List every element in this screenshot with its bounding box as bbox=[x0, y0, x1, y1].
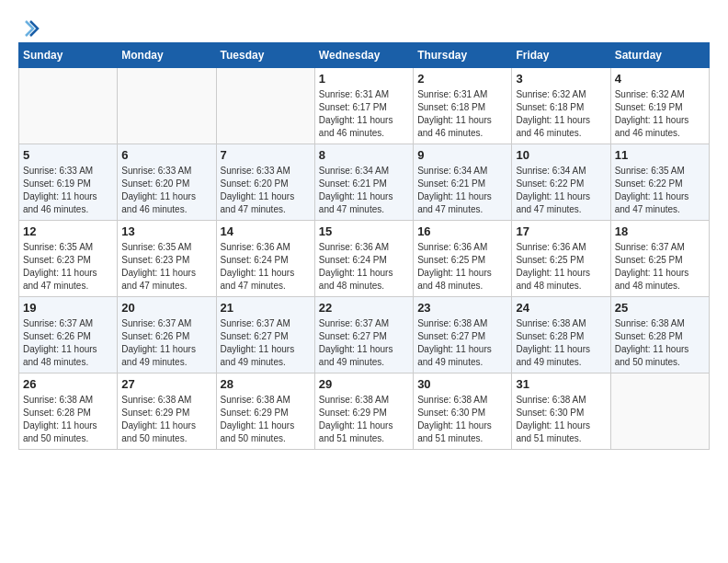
day-number: 23 bbox=[417, 301, 507, 315]
day-number: 20 bbox=[121, 301, 211, 315]
day-number: 7 bbox=[221, 148, 311, 162]
day-number: 15 bbox=[319, 224, 409, 238]
column-header-sunday: Sunday bbox=[19, 43, 118, 68]
day-info: Sunrise: 6:31 AM Sunset: 6:18 PM Dayligh… bbox=[417, 88, 507, 140]
calendar-cell: 27Sunrise: 6:38 AM Sunset: 6:29 PM Dayli… bbox=[118, 373, 216, 450]
calendar-cell: 29Sunrise: 6:38 AM Sunset: 6:29 PM Dayli… bbox=[314, 373, 413, 450]
calendar-cell bbox=[19, 68, 118, 144]
day-number: 25 bbox=[615, 301, 705, 315]
calendar-cell: 8Sunrise: 6:34 AM Sunset: 6:21 PM Daylig… bbox=[314, 144, 413, 221]
day-number: 31 bbox=[516, 377, 606, 391]
calendar-week-row: 12Sunrise: 6:35 AM Sunset: 6:23 PM Dayli… bbox=[19, 221, 710, 297]
day-info: Sunrise: 6:38 AM Sunset: 6:27 PM Dayligh… bbox=[417, 317, 507, 369]
day-number: 6 bbox=[121, 148, 211, 162]
day-info: Sunrise: 6:38 AM Sunset: 6:29 PM Dayligh… bbox=[319, 394, 409, 445]
day-number: 4 bbox=[615, 72, 705, 86]
calendar-cell: 18Sunrise: 6:37 AM Sunset: 6:25 PM Dayli… bbox=[610, 221, 709, 297]
calendar-cell: 31Sunrise: 6:38 AM Sunset: 6:30 PM Dayli… bbox=[512, 373, 610, 450]
day-info: Sunrise: 6:37 AM Sunset: 6:26 PM Dayligh… bbox=[121, 317, 211, 369]
day-number: 14 bbox=[221, 224, 311, 238]
calendar-cell: 30Sunrise: 6:38 AM Sunset: 6:30 PM Dayli… bbox=[414, 373, 512, 450]
column-header-wednesday: Wednesday bbox=[314, 43, 413, 68]
calendar-cell: 17Sunrise: 6:36 AM Sunset: 6:25 PM Dayli… bbox=[512, 221, 610, 297]
calendar-cell: 26Sunrise: 6:38 AM Sunset: 6:28 PM Dayli… bbox=[19, 373, 118, 450]
day-info: Sunrise: 6:36 AM Sunset: 6:24 PM Dayligh… bbox=[221, 241, 311, 293]
calendar-cell: 23Sunrise: 6:38 AM Sunset: 6:27 PM Dayli… bbox=[414, 297, 512, 373]
column-header-saturday: Saturday bbox=[610, 43, 709, 68]
day-info: Sunrise: 6:33 AM Sunset: 6:20 PM Dayligh… bbox=[221, 165, 311, 216]
day-number: 29 bbox=[319, 377, 409, 391]
calendar-cell: 2Sunrise: 6:31 AM Sunset: 6:18 PM Daylig… bbox=[414, 68, 512, 144]
calendar-cell bbox=[610, 373, 709, 450]
calendar-body: 1Sunrise: 6:31 AM Sunset: 6:17 PM Daylig… bbox=[19, 68, 710, 450]
day-number: 26 bbox=[23, 377, 113, 391]
calendar-week-row: 26Sunrise: 6:38 AM Sunset: 6:28 PM Dayli… bbox=[19, 373, 710, 450]
calendar-cell bbox=[216, 68, 314, 144]
day-info: Sunrise: 6:37 AM Sunset: 6:27 PM Dayligh… bbox=[221, 317, 311, 369]
calendar-cell: 20Sunrise: 6:37 AM Sunset: 6:26 PM Dayli… bbox=[118, 297, 216, 373]
day-number: 3 bbox=[516, 72, 606, 86]
day-number: 8 bbox=[319, 148, 409, 162]
calendar-cell: 19Sunrise: 6:37 AM Sunset: 6:26 PM Dayli… bbox=[19, 297, 118, 373]
calendar-cell: 15Sunrise: 6:36 AM Sunset: 6:24 PM Dayli… bbox=[314, 221, 413, 297]
calendar-cell: 10Sunrise: 6:34 AM Sunset: 6:22 PM Dayli… bbox=[512, 144, 610, 221]
day-info: Sunrise: 6:36 AM Sunset: 6:25 PM Dayligh… bbox=[516, 241, 606, 293]
calendar-week-row: 5Sunrise: 6:33 AM Sunset: 6:19 PM Daylig… bbox=[19, 144, 710, 221]
day-info: Sunrise: 6:37 AM Sunset: 6:26 PM Dayligh… bbox=[23, 317, 113, 369]
calendar-cell: 14Sunrise: 6:36 AM Sunset: 6:24 PM Dayli… bbox=[216, 221, 314, 297]
calendar-table: SundayMondayTuesdayWednesdayThursdayFrid… bbox=[18, 42, 710, 450]
day-number: 16 bbox=[417, 224, 507, 238]
calendar-cell: 22Sunrise: 6:37 AM Sunset: 6:27 PM Dayli… bbox=[314, 297, 413, 373]
day-number: 1 bbox=[319, 72, 409, 86]
day-info: Sunrise: 6:36 AM Sunset: 6:24 PM Dayligh… bbox=[319, 241, 409, 293]
day-info: Sunrise: 6:36 AM Sunset: 6:25 PM Dayligh… bbox=[417, 241, 507, 293]
calendar-cell: 4Sunrise: 6:32 AM Sunset: 6:19 PM Daylig… bbox=[610, 68, 709, 144]
calendar-cell: 12Sunrise: 6:35 AM Sunset: 6:23 PM Dayli… bbox=[19, 221, 118, 297]
column-header-tuesday: Tuesday bbox=[216, 43, 314, 68]
day-info: Sunrise: 6:34 AM Sunset: 6:21 PM Dayligh… bbox=[417, 165, 507, 216]
calendar-week-row: 19Sunrise: 6:37 AM Sunset: 6:26 PM Dayli… bbox=[19, 297, 710, 373]
calendar-cell: 3Sunrise: 6:32 AM Sunset: 6:18 PM Daylig… bbox=[512, 68, 610, 144]
day-info: Sunrise: 6:32 AM Sunset: 6:19 PM Dayligh… bbox=[615, 88, 705, 140]
day-number: 27 bbox=[121, 377, 211, 391]
calendar-cell: 16Sunrise: 6:36 AM Sunset: 6:25 PM Dayli… bbox=[414, 221, 512, 297]
day-info: Sunrise: 6:38 AM Sunset: 6:30 PM Dayligh… bbox=[516, 394, 606, 445]
day-number: 28 bbox=[221, 377, 311, 391]
logo bbox=[18, 18, 42, 33]
day-info: Sunrise: 6:37 AM Sunset: 6:25 PM Dayligh… bbox=[615, 241, 705, 293]
calendar-week-row: 1Sunrise: 6:31 AM Sunset: 6:17 PM Daylig… bbox=[19, 68, 710, 144]
calendar-cell: 28Sunrise: 6:38 AM Sunset: 6:29 PM Dayli… bbox=[216, 373, 314, 450]
day-info: Sunrise: 6:35 AM Sunset: 6:22 PM Dayligh… bbox=[615, 165, 705, 216]
day-number: 21 bbox=[221, 301, 311, 315]
calendar-cell: 7Sunrise: 6:33 AM Sunset: 6:20 PM Daylig… bbox=[216, 144, 314, 221]
day-info: Sunrise: 6:33 AM Sunset: 6:20 PM Dayligh… bbox=[121, 165, 211, 216]
page-header bbox=[18, 18, 710, 33]
day-number: 2 bbox=[417, 72, 507, 86]
day-info: Sunrise: 6:38 AM Sunset: 6:28 PM Dayligh… bbox=[23, 394, 113, 445]
day-info: Sunrise: 6:32 AM Sunset: 6:18 PM Dayligh… bbox=[516, 88, 606, 140]
day-info: Sunrise: 6:31 AM Sunset: 6:17 PM Dayligh… bbox=[319, 88, 409, 140]
calendar-cell: 25Sunrise: 6:38 AM Sunset: 6:28 PM Dayli… bbox=[610, 297, 709, 373]
day-number: 10 bbox=[516, 148, 606, 162]
day-number: 13 bbox=[121, 224, 211, 238]
column-header-thursday: Thursday bbox=[414, 43, 512, 68]
day-number: 24 bbox=[516, 301, 606, 315]
day-info: Sunrise: 6:38 AM Sunset: 6:29 PM Dayligh… bbox=[121, 394, 211, 445]
calendar-cell: 24Sunrise: 6:38 AM Sunset: 6:28 PM Dayli… bbox=[512, 297, 610, 373]
calendar-cell: 13Sunrise: 6:35 AM Sunset: 6:23 PM Dayli… bbox=[118, 221, 216, 297]
calendar-cell: 21Sunrise: 6:37 AM Sunset: 6:27 PM Dayli… bbox=[216, 297, 314, 373]
day-info: Sunrise: 6:33 AM Sunset: 6:19 PM Dayligh… bbox=[23, 165, 113, 216]
logo-icon bbox=[20, 18, 40, 39]
calendar-cell: 6Sunrise: 6:33 AM Sunset: 6:20 PM Daylig… bbox=[118, 144, 216, 221]
day-info: Sunrise: 6:34 AM Sunset: 6:22 PM Dayligh… bbox=[516, 165, 606, 216]
day-number: 18 bbox=[615, 224, 705, 238]
column-header-monday: Monday bbox=[118, 43, 216, 68]
column-header-friday: Friday bbox=[512, 43, 610, 68]
day-number: 19 bbox=[23, 301, 113, 315]
day-info: Sunrise: 6:38 AM Sunset: 6:28 PM Dayligh… bbox=[516, 317, 606, 369]
day-info: Sunrise: 6:34 AM Sunset: 6:21 PM Dayligh… bbox=[319, 165, 409, 216]
day-info: Sunrise: 6:38 AM Sunset: 6:28 PM Dayligh… bbox=[615, 317, 705, 369]
calendar-cell: 9Sunrise: 6:34 AM Sunset: 6:21 PM Daylig… bbox=[414, 144, 512, 221]
day-info: Sunrise: 6:37 AM Sunset: 6:27 PM Dayligh… bbox=[319, 317, 409, 369]
day-number: 9 bbox=[417, 148, 507, 162]
